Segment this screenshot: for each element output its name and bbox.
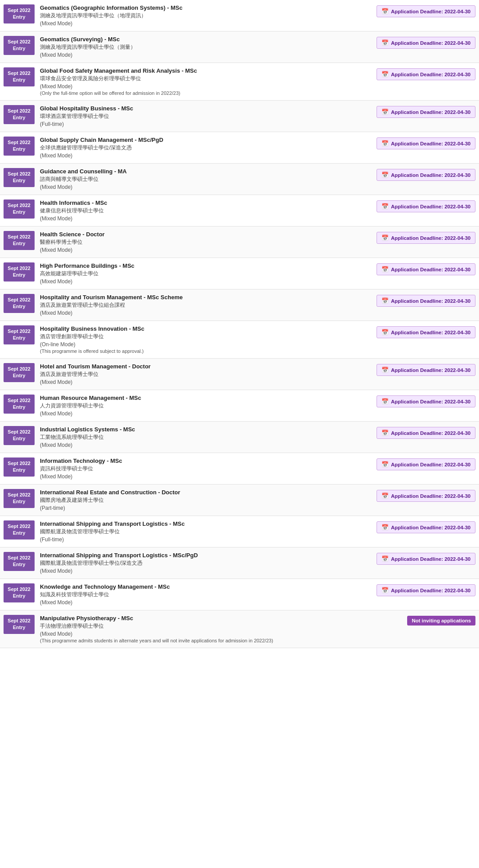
program-title-en: Knowledge and Technology Management - MS… (40, 583, 372, 590)
table-row: Sept 2022 EntryGeomatics (Geographic Inf… (0, 0, 479, 31)
deadline-badge: 📅Application Deadline: 2022-04-30 (377, 326, 475, 338)
program-title-en: Human Resource Management - MSc (40, 395, 372, 401)
program-title-en: Geomatics (Geographic Information System… (40, 4, 372, 11)
entry-tag: Sept 2022 Entry (4, 489, 35, 508)
program-info: Human Resource Management - MSc人力資源管理理學碩… (40, 395, 372, 417)
entry-tag: Sept 2022 Entry (4, 294, 35, 313)
program-mode: (Mixed Mode) (40, 473, 372, 480)
table-row: Sept 2022 EntryGeomatics (Surveying) - M… (0, 31, 479, 63)
deadline-text: Application Deadline: 2022-04-30 (391, 109, 471, 115)
program-title-zh: 測繪及地理資訊學理學碩士學位（地理資訊） (40, 12, 372, 20)
program-title-en: Global Supply Chain Management - MSc/PgD (40, 137, 372, 143)
program-note: (This programme is offered subject to ap… (40, 348, 372, 354)
table-row: Sept 2022 EntryGuidance and Counselling … (0, 164, 479, 195)
program-mode: (Mixed Mode) (40, 184, 372, 190)
deadline-text: Application Deadline: 2022-04-30 (391, 267, 471, 272)
table-row: Sept 2022 EntryIndustrial Logistics Syst… (0, 422, 479, 453)
program-title-zh: 國際航運及物流管理理學碩士學位 (40, 528, 372, 536)
table-row: Sept 2022 EntryInternational Shipping an… (0, 516, 479, 547)
program-info: Guidance and Counselling - MA諮商與輔導文學碩士學位… (40, 168, 372, 190)
program-title-zh: 酒店管理創新理學碩士學位 (40, 333, 372, 340)
program-title-en: Global Food Safety Management and Risk A… (40, 67, 372, 74)
program-title-en: Information Technology - MSc (40, 457, 372, 464)
program-note: (Only the full-time option will be offer… (40, 90, 372, 96)
deadline-badge: 📅Application Deadline: 2022-04-30 (377, 395, 475, 407)
deadline-badge: 📅Application Deadline: 2022-04-30 (377, 553, 475, 565)
table-row: Sept 2022 EntryInternational Real Estate… (0, 485, 479, 516)
program-info: Hotel and Tourism Management - Doctor酒店及… (40, 363, 372, 385)
deadline-text: Application Deadline: 2022-04-30 (391, 204, 471, 209)
table-row: Sept 2022 EntryManipulative Physiotherap… (0, 610, 479, 648)
entry-tag: Sept 2022 Entry (4, 615, 35, 634)
program-note: (This programme admits students in alter… (40, 638, 403, 643)
calendar-icon: 📅 (381, 367, 389, 373)
deadline-badge: 📅Application Deadline: 2022-04-30 (377, 200, 475, 212)
calendar-icon: 📅 (381, 587, 389, 594)
program-title-en: Industrial Logistics Systems - MSc (40, 426, 372, 433)
calendar-icon: 📅 (381, 297, 389, 304)
program-title-zh: 知識及科技管理理學碩士學位 (40, 591, 372, 598)
program-info: Global Supply Chain Management - MSc/PgD… (40, 137, 372, 159)
program-info: High Performance Buildings - MSc高效能建築理學碩… (40, 262, 372, 285)
deadline-badge: 📅Application Deadline: 2022-04-30 (377, 458, 475, 470)
deadline-badge: 📅Application Deadline: 2022-04-30 (377, 490, 475, 502)
entry-tag: Sept 2022 Entry (4, 105, 35, 124)
program-title-zh: 國際房地產及建築博士學位 (40, 497, 372, 504)
calendar-icon: 📅 (381, 461, 389, 468)
entry-tag: Sept 2022 Entry (4, 137, 35, 156)
deadline-text: Application Deadline: 2022-04-30 (391, 172, 471, 178)
table-row: Sept 2022 EntryGlobal Supply Chain Manag… (0, 132, 479, 164)
deadline-badge: 📅Application Deadline: 2022-04-30 (377, 68, 475, 80)
program-title-zh: 諮商與輔導文學碩士學位 (40, 176, 372, 183)
program-info: Hospitality Business Innovation - MSc酒店管… (40, 325, 372, 354)
entry-tag: Sept 2022 Entry (4, 67, 35, 86)
program-title-zh: 全球供應鏈管理理學碩士學位/深造文憑 (40, 144, 372, 152)
deadline-text: Application Deadline: 2022-04-30 (391, 330, 471, 335)
program-info: Global Food Safety Management and Risk A… (40, 67, 372, 96)
program-mode: (Part-time) (40, 505, 372, 511)
program-info: Geomatics (Geographic Information System… (40, 4, 372, 27)
deadline-badge: 📅Application Deadline: 2022-04-30 (377, 364, 475, 376)
deadline-text: Application Deadline: 2022-04-30 (391, 493, 471, 499)
table-row: Sept 2022 EntryHuman Resource Management… (0, 390, 479, 422)
table-row: Sept 2022 EntryInternational Shipping an… (0, 547, 479, 579)
program-mode: (Mixed Mode) (40, 379, 372, 385)
deadline-text: Application Deadline: 2022-04-30 (391, 141, 471, 146)
program-title-en: Global Hospitality Business - MSc (40, 105, 372, 112)
calendar-icon: 📅 (381, 524, 389, 531)
calendar-icon: 📅 (381, 430, 389, 436)
program-title-en: Hotel and Tourism Management - Doctor (40, 363, 372, 370)
program-mode: (Mixed Mode) (40, 411, 372, 417)
deadline-text: Application Deadline: 2022-04-30 (391, 556, 471, 562)
deadline-text: Application Deadline: 2022-04-30 (391, 368, 471, 373)
program-title-zh: 人力資源管理理學碩士學位 (40, 402, 372, 410)
program-info: International Shipping and Transport Log… (40, 552, 372, 574)
program-title-en: Hospitality and Tourism Management - MSc… (40, 294, 372, 301)
deadline-badge: 📅Application Deadline: 2022-04-30 (377, 263, 475, 275)
entry-tag: Sept 2022 Entry (4, 426, 35, 445)
deadline-badge: 📅Application Deadline: 2022-04-30 (377, 37, 475, 49)
calendar-icon: 📅 (381, 71, 389, 78)
program-mode: (Mixed Mode) (40, 52, 372, 58)
program-title-zh: 醫療科學博士學位 (40, 239, 372, 246)
deadline-badge: 📅Application Deadline: 2022-04-30 (377, 521, 475, 533)
deadline-badge: 📅Application Deadline: 2022-04-30 (377, 169, 475, 181)
calendar-icon: 📅 (381, 266, 389, 273)
program-title-en: Hospitality Business Innovation - MSc (40, 325, 372, 332)
entry-tag: Sept 2022 Entry (4, 168, 35, 187)
program-info: Geomatics (Surveying) - MSc測繪及地理資訊學理學碩士學… (40, 36, 372, 58)
calendar-icon: 📅 (381, 109, 389, 115)
program-mode: (Mixed Mode) (40, 20, 372, 27)
program-mode: (Full-time) (40, 536, 372, 543)
program-list: Sept 2022 EntryGeomatics (Geographic Inf… (0, 0, 479, 648)
entry-tag: Sept 2022 Entry (4, 552, 35, 571)
program-mode: (Full-time) (40, 121, 372, 127)
program-info: Health Science - Doctor醫療科學博士學位(Mixed Mo… (40, 231, 372, 253)
calendar-icon: 📅 (381, 172, 389, 178)
table-row: Sept 2022 EntryHospitality Business Inno… (0, 321, 479, 359)
program-info: Information Technology - MSc資訊科技理學碩士學位(M… (40, 457, 372, 480)
program-title-en: International Shipping and Transport Log… (40, 552, 372, 559)
program-mode: (Mixed Mode) (40, 631, 403, 637)
table-row: Sept 2022 EntryHotel and Tourism Managem… (0, 359, 479, 390)
program-title-en: Guidance and Counselling - MA (40, 168, 372, 175)
